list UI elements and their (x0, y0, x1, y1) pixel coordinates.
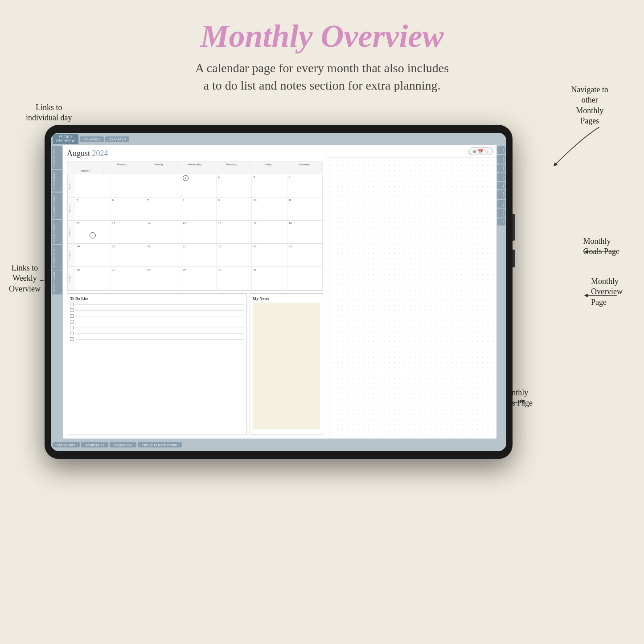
week-1-label[interactable]: WEEK 1 (67, 174, 75, 197)
cell-w5-wed[interactable]: 28 (146, 267, 181, 290)
tab-semester-1[interactable]: SEMESTER 1 (53, 442, 80, 447)
cell-w4-wed[interactable]: 21 (146, 244, 181, 267)
sidebar-dec[interactable]: DEC (497, 164, 505, 172)
week-3-circle[interactable] (90, 232, 96, 238)
cell-w3-thu[interactable]: 15 (181, 221, 217, 243)
sidebar-apr[interactable]: APR (497, 200, 505, 208)
cell-w1-thu[interactable]: 1 (181, 174, 217, 197)
cell-w1-sat[interactable]: 3 (252, 174, 287, 197)
todo-item-3[interactable] (70, 314, 244, 318)
todo-item-4[interactable] (70, 320, 244, 324)
cell-w2-mon[interactable]: 5 (75, 197, 111, 220)
sidebar-item-habit[interactable]: HABIT TRACKER (52, 170, 62, 192)
cell-w3-tue[interactable]: 13 (111, 221, 146, 243)
sidebar-feb[interactable]: FEB (497, 182, 505, 189)
cell-w2-fri[interactable]: 9 (217, 197, 252, 220)
week-2-label[interactable]: WEEK 2 (67, 197, 75, 220)
svg-rect-2 (330, 158, 494, 439)
sidebar-may[interactable]: MAY (497, 209, 505, 217)
day-tuesday: Tuesday (140, 161, 177, 168)
todo-title: To Do List (70, 296, 244, 301)
day-wednesday: Wednesday (177, 161, 213, 168)
sidebar-jan[interactable]: JAN (497, 173, 505, 181)
cell-w4-tue[interactable]: 20 (111, 244, 146, 267)
sidebar-item-savings[interactable]: SAVINGS TRACKER (52, 271, 62, 295)
sidebar-oct[interactable]: OCT (497, 146, 505, 154)
week-3-label[interactable]: WEEK 3 (67, 221, 75, 243)
nav-icons-container: ⊞ 📅 ☆ (468, 148, 493, 155)
cell-w2-sat[interactable]: 10 (252, 197, 287, 220)
todo-item-2[interactable] (70, 308, 244, 312)
sidebar-item-5year[interactable]: 5 YEAR PLANNING (52, 146, 62, 169)
cell-w2-thu[interactable]: 8 (181, 197, 217, 220)
cell-w4-sat[interactable]: 24 (252, 244, 287, 267)
cell-w1-sun[interactable]: 4 (287, 174, 323, 197)
checkbox-6[interactable] (70, 332, 74, 335)
week-4-label[interactable]: WEEK 4 (67, 244, 75, 267)
checkbox-2[interactable] (70, 308, 74, 312)
tab-24-goals[interactable]: '24 GOALS (80, 136, 104, 142)
cell-w1-tue[interactable] (111, 174, 146, 197)
week-4-row: WEEK 4 19 20 21 22 23 24 25 (67, 244, 323, 267)
checkbox-7[interactable] (70, 337, 74, 341)
week-3-row: WEEK 3 12 13 14 15 16 17 (67, 221, 323, 244)
cell-w4-mon[interactable]: 19 (75, 244, 111, 267)
cell-w3-sat[interactable]: 17 (252, 221, 287, 243)
day-thursday: Thursday (213, 161, 250, 168)
star-icon[interactable]: ☆ (485, 149, 489, 154)
cell-w2-sun[interactable]: 11 (287, 197, 323, 220)
cell-w1-fri[interactable]: 2 (217, 174, 252, 197)
sidebar-mar[interactable]: MAR (497, 190, 505, 199)
cell-w3-fri[interactable]: 16 (217, 221, 252, 243)
todo-item-6[interactable] (70, 332, 244, 335)
cell-w5-sun[interactable] (287, 267, 323, 290)
sidebar-nov[interactable]: NOV (497, 155, 505, 164)
right-top-bar: ⊞ 📅 ☆ (327, 145, 496, 158)
checkbox-1[interactable] (70, 303, 74, 306)
tablet-button-1[interactable] (513, 214, 515, 241)
cell-w2-tue[interactable]: 6 (111, 197, 146, 220)
calendar-icon[interactable]: 📅 (478, 149, 483, 154)
cell-w4-fri[interactable]: 23 (217, 244, 252, 267)
tab-projects[interactable]: PROJECTS DASHBOARD (138, 442, 182, 447)
cell-w3-wed[interactable]: 14 (146, 221, 181, 243)
cell-w1-mon[interactable] (75, 174, 111, 197)
week-5-label[interactable]: WEEK 5 (67, 267, 75, 290)
annotation-monthly-overview: Monthly Overview Page (591, 276, 623, 308)
cell-w1-wed[interactable] (146, 174, 181, 197)
month-title: August 2024 (67, 149, 323, 158)
page-title: Monthly Overview (0, 18, 644, 55)
todo-item-7[interactable] (70, 337, 244, 341)
sidebar-item-mood[interactable]: MOOD DASHBOARD (52, 245, 62, 270)
grid-icon[interactable]: ⊞ (472, 149, 476, 154)
tab-semester-2[interactable]: SEMESTER 2 (81, 442, 108, 447)
todo-item-1[interactable] (70, 303, 244, 306)
cell-w5-mon[interactable]: 26 (75, 267, 111, 290)
sidebar-jul[interactable]: JUL (497, 218, 505, 226)
cell-w4-thu[interactable]: 22 (181, 244, 217, 267)
cell-w4-sun[interactable]: 25 (287, 244, 323, 267)
cell-w5-fri[interactable]: 30 (217, 267, 252, 290)
cell-w5-thu[interactable]: 29 (181, 267, 217, 290)
day-monday: Monday (104, 161, 140, 168)
main-content: 5 YEAR PLANNING HABIT TRACKER PLANNER/CH… (51, 145, 506, 439)
checkbox-4[interactable] (70, 320, 74, 324)
cell-w3-sun[interactable]: 18 (287, 221, 323, 243)
tablet-button-2[interactable] (513, 250, 515, 267)
cell-w2-wed[interactable]: 7 (146, 197, 181, 220)
calendar-body: WEEK 1 1 2 3 4 WEEK 2 5 (67, 174, 323, 290)
calendar: Monday Tuesday Wednesday Thursday Friday… (67, 161, 323, 291)
checkbox-3[interactable] (70, 314, 74, 318)
tab-pomodoro[interactable]: POMODORO (110, 442, 136, 447)
cell-w5-sat[interactable]: 31 (252, 267, 287, 290)
checkbox-5[interactable] (70, 326, 74, 329)
notes-paper[interactable] (253, 303, 320, 429)
todo-item-5[interactable] (70, 326, 244, 329)
cell-w5-tue[interactable]: 27 (111, 267, 146, 290)
tab-yearly-overview[interactable]: YEARLYOVERVIEW (53, 134, 78, 144)
tab-25-goals[interactable]: '25 GOALS (105, 136, 129, 142)
sidebar-item-extras[interactable]: EXTRAS/HOLIDAYS (52, 220, 62, 244)
bottom-section: To Do List My Notes (67, 293, 323, 435)
sidebar-item-planner[interactable]: PLANNER/CHECKLIST (52, 193, 62, 219)
cell-w3-mon[interactable]: 12 (75, 221, 111, 243)
